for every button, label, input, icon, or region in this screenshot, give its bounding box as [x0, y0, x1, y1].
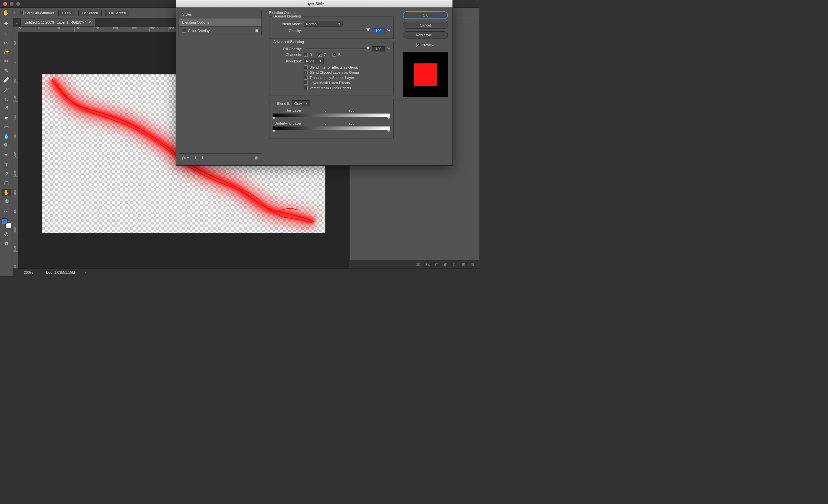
healing-tool-icon[interactable]: 🩹: [2, 76, 11, 83]
history-brush-tool-icon[interactable]: ↺: [2, 104, 11, 112]
ruler-tick: 100: [74, 27, 93, 32]
path-select-tool-icon[interactable]: ⬀: [2, 170, 11, 177]
eraser-tool-icon[interactable]: ▰: [2, 114, 11, 121]
type-tool-icon[interactable]: T: [2, 161, 11, 168]
screen-mode-icon[interactable]: ⧉: [2, 240, 11, 247]
channel-b-checkbox[interactable]: [332, 53, 336, 56]
status-bar: 200% Doc: 1.03M/1.15M ›: [13, 268, 479, 276]
pen-tool-icon[interactable]: ✒: [2, 152, 11, 159]
ok-button[interactable]: OK: [403, 11, 448, 19]
trash-icon[interactable]: 🗑: [254, 156, 258, 160]
style-blending-options[interactable]: Blending Options: [178, 18, 262, 27]
checkbox-icon[interactable]: [416, 43, 420, 47]
shape-tool-icon[interactable]: ▢: [2, 179, 11, 187]
scroll-all-windows-option[interactable]: Scroll All Windows: [20, 11, 54, 15]
layer-style-dialog: Layer Style Styles Blending Options Colo…: [176, 0, 453, 166]
status-more-icon[interactable]: ›: [85, 270, 86, 274]
layer-mask-hides-label: Layer Mask Hides Effects: [309, 81, 350, 85]
knockout-select[interactable]: None▾: [304, 58, 324, 64]
blend-mode-select[interactable]: Normal▾: [304, 21, 342, 27]
hand-tool-icon[interactable]: ✋: [2, 189, 11, 196]
close-window-icon[interactable]: [3, 2, 7, 6]
link-icon[interactable]: ⌘: [416, 262, 420, 267]
blur-tool-icon[interactable]: 💧: [2, 133, 11, 140]
adjustment-icon[interactable]: ◐: [444, 262, 447, 267]
preview-toggle[interactable]: Preview: [416, 43, 434, 47]
eyedropper-tool-icon[interactable]: ✎: [2, 67, 11, 74]
underlying-layer-gradient-slider[interactable]: [273, 126, 390, 130]
transparency-shapes-checkbox[interactable]: [304, 76, 307, 80]
status-doc-size: Doc: 1.03M/1.15M: [43, 270, 78, 275]
blend-clipped-checkbox[interactable]: [304, 71, 307, 74]
knockout-label: Knockout:: [273, 59, 302, 63]
color-swatches[interactable]: [2, 218, 11, 228]
folder-icon[interactable]: 🗀: [453, 262, 457, 267]
ruler-tick: 50: [18, 27, 37, 32]
blend-interior-label: Blend Interior Effects as Group: [309, 65, 358, 69]
lasso-tool-icon[interactable]: ᔕ: [2, 39, 11, 46]
fill-opacity-input[interactable]: [372, 46, 385, 51]
ruler-tick: 200: [112, 27, 131, 32]
checkbox-icon[interactable]: [20, 11, 24, 15]
tool-preset-dropdown[interactable]: ﹀: [13, 11, 16, 15]
ruler-tick: 100: [13, 83, 18, 101]
opacity-slider[interactable]: [306, 30, 368, 31]
channels-label: Channels:: [273, 53, 302, 56]
move-down-icon[interactable]: ⬇: [201, 156, 204, 160]
fx-menu-icon[interactable]: ƒx⏷: [182, 156, 190, 160]
channel-g-checkbox[interactable]: [318, 53, 322, 56]
ruler-tick: 0: [13, 45, 18, 64]
layer-mask-hides-checkbox[interactable]: [304, 81, 307, 85]
underlying-layer-label: Underlying Layer:: [273, 121, 302, 125]
ruler-tick: 0: [37, 27, 56, 32]
close-tab-icon[interactable]: ×: [89, 20, 91, 25]
opacity-label: Opacity:: [273, 29, 302, 33]
move-tool-icon[interactable]: ✥: [2, 20, 11, 27]
styles-header[interactable]: Styles: [178, 10, 262, 18]
new-layer-icon[interactable]: ⊞: [462, 262, 465, 267]
fit-screen-button[interactable]: Fit Screen: [78, 10, 101, 16]
trash-icon[interactable]: 🗑: [470, 262, 475, 267]
blend-interior-checkbox[interactable]: [304, 65, 307, 69]
ruler-tick: 350: [13, 177, 18, 196]
ruler-tick: 300: [13, 158, 18, 177]
ruler-tick: 50: [56, 27, 74, 32]
document-tab[interactable]: Untitled-1 @ 200% (Layer 1, RGB/8*) * ×: [21, 18, 95, 26]
new-style-button[interactable]: New Style...: [403, 31, 448, 39]
vector-mask-hides-checkbox[interactable]: [304, 86, 307, 90]
blend-mode-label: Blend Mode:: [273, 22, 302, 26]
cancel-button[interactable]: Cancel: [403, 22, 448, 29]
opacity-input[interactable]: [372, 28, 385, 33]
dodge-tool-icon[interactable]: 🔍: [2, 142, 11, 149]
zoom-window-icon[interactable]: [16, 2, 20, 6]
minimize-window-icon[interactable]: [10, 2, 13, 6]
fill-screen-button[interactable]: Fill Screen: [106, 10, 129, 16]
ruler-tick: 150: [13, 101, 18, 120]
marquee-tool-icon[interactable]: ◻: [2, 30, 11, 37]
fx-icon[interactable]: ƒx: [425, 262, 430, 267]
channel-r-checkbox[interactable]: [304, 53, 307, 56]
status-zoom[interactable]: 200%: [21, 270, 36, 275]
zoom-tool-icon[interactable]: 🔎: [2, 198, 11, 205]
quick-mask-icon[interactable]: ◎: [2, 230, 11, 238]
knockout-value: None: [306, 59, 315, 63]
expand-docs-icon[interactable]: »: [14, 20, 19, 26]
wand-tool-icon[interactable]: ✨: [2, 48, 11, 55]
stamp-tool-icon[interactable]: ⎍: [2, 95, 11, 102]
brush-tool-icon[interactable]: 🖌: [2, 86, 11, 93]
mask-icon[interactable]: ◻: [435, 262, 439, 267]
preview-label: Preview: [422, 43, 434, 47]
more-tools-icon[interactable]: ⋯: [2, 208, 11, 215]
tool-strip: ✥ ◻ ᔕ ✨ ✂ ✎ 🩹 🖌 ⎍ ↺ ▰ ▭ 💧 🔍 ✒ T ⬀ ▢ ✋ 🔎 …: [0, 18, 13, 276]
gradient-tool-icon[interactable]: ▭: [2, 123, 11, 130]
add-effect-icon[interactable]: ⊞: [255, 29, 258, 33]
zoom-level-button[interactable]: 100%: [58, 10, 74, 16]
this-layer-gradient-slider[interactable]: [273, 114, 390, 117]
crop-tool-icon[interactable]: ✂: [2, 57, 11, 65]
fill-opacity-slider[interactable]: [306, 48, 368, 49]
foreground-color-swatch[interactable]: [2, 218, 7, 224]
style-color-overlay[interactable]: Color Overlay ⊞: [178, 27, 262, 35]
blend-if-select[interactable]: Gray▾: [292, 100, 309, 107]
move-up-icon[interactable]: ⬆: [194, 156, 197, 160]
checkbox-icon[interactable]: [182, 29, 186, 33]
